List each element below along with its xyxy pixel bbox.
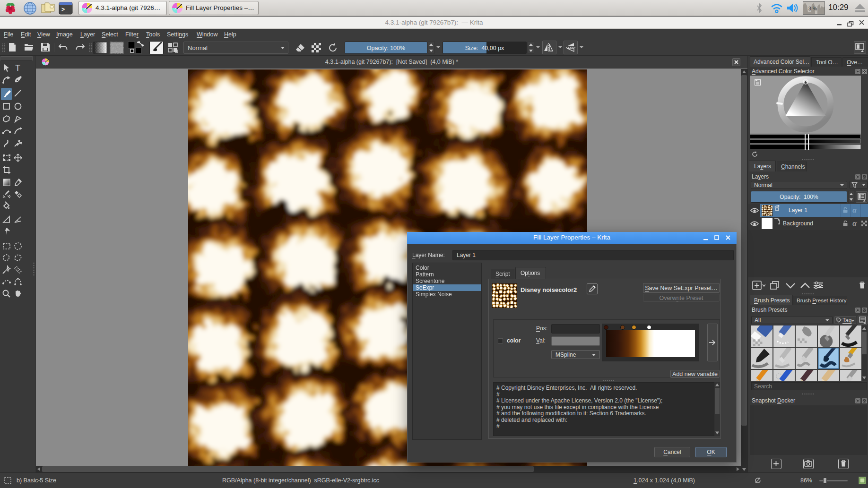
svg-text:T: T (15, 63, 20, 72)
svg-text:>_: >_ (61, 6, 68, 13)
